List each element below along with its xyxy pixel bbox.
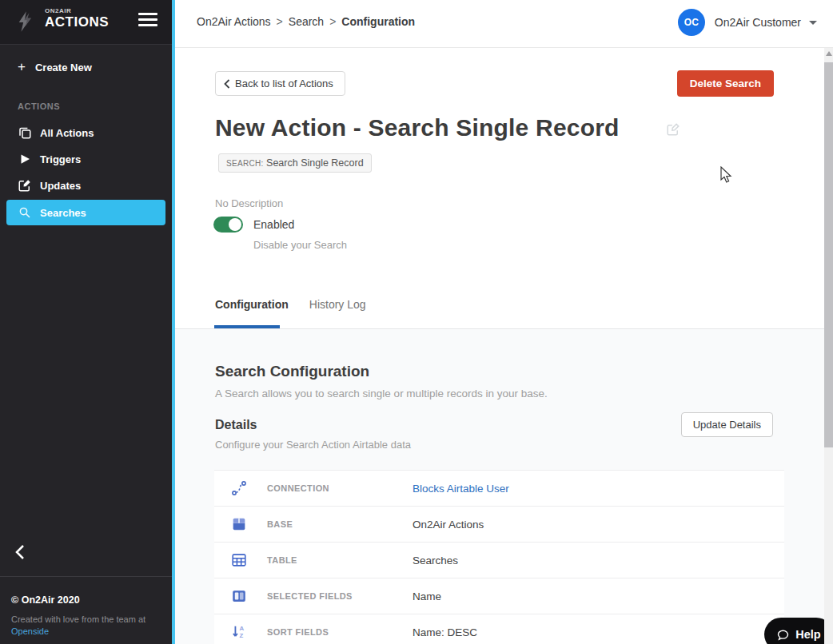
- table-row-base: BASE On2Air Actions: [214, 507, 784, 543]
- table-icon: [230, 551, 248, 569]
- row-label: TABLE: [267, 555, 387, 565]
- tab-configuration[interactable]: Configuration: [215, 298, 289, 324]
- configuration-panel: Search Configuration A Search allows you…: [175, 329, 824, 644]
- row-value-link[interactable]: Blocks Airtable User: [413, 483, 509, 495]
- openside-link[interactable]: Openside: [11, 626, 49, 636]
- updates-icon: [18, 178, 32, 193]
- scrollbar[interactable]: [824, 48, 833, 644]
- back-button[interactable]: Back to list of Actions: [215, 71, 345, 96]
- sidebar-item-updates[interactable]: Updates: [6, 173, 165, 198]
- sidebar-item-all-actions[interactable]: All Actions: [6, 120, 165, 145]
- enabled-toggle-row: Enabled: [213, 217, 294, 233]
- breadcrumb-item-current: Configuration: [341, 15, 415, 28]
- row-label: BASE: [267, 519, 387, 529]
- edit-title-icon[interactable]: [666, 122, 680, 137]
- details-subtitle: Configure your Search Action Airtable da…: [215, 439, 411, 451]
- chevron-down-icon: [809, 21, 817, 25]
- create-new-button[interactable]: + Create New: [8, 56, 164, 78]
- table-row-selected-fields: SELECTED FIELDS Name: [214, 578, 784, 614]
- chevron-left-icon: [224, 79, 230, 89]
- tab-bar: Configuration History Log: [215, 298, 387, 324]
- row-label: SELECTED FIELDS: [267, 591, 387, 601]
- create-new-label: Create New: [35, 62, 92, 74]
- connection-icon: [230, 479, 248, 497]
- row-value: Name: [413, 590, 441, 602]
- help-label: Help: [795, 628, 820, 641]
- user-name: On2Air Customer: [715, 16, 801, 29]
- breadcrumb-separator: >: [277, 15, 283, 28]
- credit-line: Created with love from the team at: [11, 614, 145, 624]
- svg-text:Z: Z: [239, 632, 243, 639]
- chat-bubble-icon: [776, 628, 790, 642]
- breadcrumb-separator: >: [329, 15, 336, 28]
- triggers-icon: [18, 152, 32, 166]
- badge-prefix: SEARCH:: [226, 159, 264, 168]
- row-value: Searches: [413, 555, 458, 566]
- brand-bolt-icon: [16, 10, 34, 34]
- main-content: Back to list of Actions Delete Search Ne…: [175, 49, 824, 644]
- base-icon: [230, 515, 248, 533]
- avatar[interactable]: OC: [678, 9, 705, 36]
- plus-icon: +: [18, 59, 26, 75]
- sidebar-footer-divider: [0, 576, 172, 577]
- page-title: New Action - Search Single Record: [215, 114, 620, 141]
- scroll-up-arrow-icon[interactable]: [826, 51, 832, 56]
- sort-fields-icon: A Z: [230, 623, 248, 641]
- toggle-knob: [229, 218, 241, 231]
- details-title: Details: [215, 418, 257, 432]
- toggle-hint: Disable your Search: [253, 239, 347, 251]
- row-value: Name: DESC: [413, 626, 477, 638]
- table-row-connection: CONNECTION Blocks Airtable User: [214, 471, 784, 507]
- section-title: Search Configuration: [215, 363, 369, 380]
- brand-name-top: ON2AIR: [45, 7, 109, 14]
- breadcrumb-item[interactable]: On2Air Actions: [197, 15, 271, 28]
- sidebar: ON2AIR ACTIONS + Create New ACTIONS All …: [0, 0, 172, 644]
- sidebar-header: ON2AIR ACTIONS: [0, 0, 172, 45]
- brand-name-bottom: ACTIONS: [45, 14, 109, 30]
- sidebar-item-triggers[interactable]: Triggers: [6, 146, 165, 172]
- row-label: SORT FIELDS: [267, 627, 387, 637]
- action-type-badge: SEARCH: Search Single Record: [218, 153, 372, 173]
- row-value: On2Air Actions: [413, 519, 484, 531]
- sidebar-item-label: All Actions: [40, 127, 94, 139]
- hamburger-menu-icon[interactable]: [138, 13, 157, 30]
- copyright-text: © On2Air 2020: [11, 594, 80, 606]
- table-row-sort-fields: A Z SORT FIELDS Name: DESC: [214, 614, 784, 644]
- sidebar-item-label: Updates: [40, 180, 81, 192]
- sidebar-item-label: Searches: [40, 207, 86, 219]
- sidebar-item-label: Triggers: [40, 153, 81, 165]
- app-window: ON2AIR ACTIONS + Create New ACTIONS All …: [0, 0, 833, 644]
- details-table: CONNECTION Blocks Airtable User BASE On2…: [214, 470, 784, 644]
- breadcrumb: On2Air Actions>Search>Configuration: [197, 15, 415, 28]
- svg-text:A: A: [239, 625, 244, 632]
- sidebar-item-searches[interactable]: Searches: [6, 200, 165, 225]
- topbar: On2Air Actions>Search>Configuration OC O…: [175, 0, 833, 48]
- scrollbar-thumb[interactable]: [824, 62, 833, 447]
- description-text: No Description: [215, 197, 283, 209]
- back-button-label: Back to list of Actions: [235, 78, 333, 89]
- brand-logo: ON2AIR ACTIONS: [45, 7, 109, 30]
- row-label: CONNECTION: [267, 483, 387, 493]
- tab-history-log[interactable]: History Log: [309, 298, 366, 324]
- enabled-toggle[interactable]: [213, 217, 243, 233]
- credit-text: Created with love from the team at Opens…: [11, 614, 155, 638]
- user-menu[interactable]: OC On2Air Customer: [678, 9, 817, 36]
- section-subtitle: A Search allows you to search single or …: [215, 388, 548, 400]
- toggle-label: Enabled: [253, 218, 294, 231]
- update-details-button[interactable]: Update Details: [681, 412, 773, 437]
- actions-section-label: ACTIONS: [18, 101, 60, 111]
- table-row-table: TABLE Searches: [214, 543, 784, 578]
- all-actions-icon: [18, 125, 32, 140]
- delete-search-button[interactable]: Delete Search: [677, 70, 774, 97]
- selected-fields-icon: [230, 587, 248, 605]
- collapse-sidebar-icon[interactable]: [11, 542, 30, 563]
- searches-icon: [18, 205, 32, 220]
- badge-value: Search Single Record: [266, 157, 364, 169]
- breadcrumb-item[interactable]: Search: [289, 15, 324, 28]
- help-button[interactable]: Help: [764, 618, 833, 644]
